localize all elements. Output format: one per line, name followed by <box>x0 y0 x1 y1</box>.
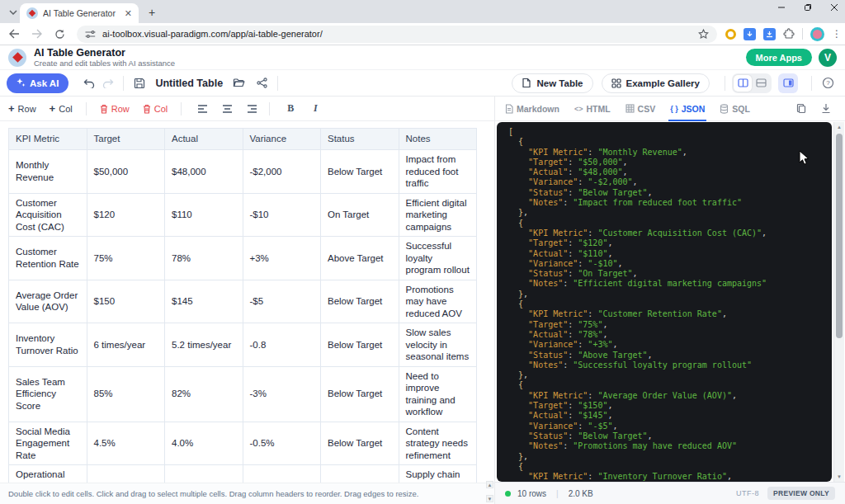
undo-icon[interactable] <box>80 74 98 92</box>
table-cell[interactable]: $48,000 <box>165 150 243 194</box>
table-cell[interactable]: Below Target <box>321 366 399 422</box>
extension-install-icon[interactable] <box>763 28 776 40</box>
table-cell[interactable]: Inventory Turnover Ratio <box>9 323 87 367</box>
table-cell[interactable]: -0.5% <box>243 422 321 465</box>
table-cell[interactable]: 85% <box>87 366 165 422</box>
table-row[interactable]: Social Media Engagement Rate4.5%4.0%-0.5… <box>9 422 477 465</box>
table-cell[interactable]: 75% <box>87 237 165 280</box>
table-row[interactable]: Average Order Value (AOV)$150$145-$5Belo… <box>9 280 477 323</box>
help-icon[interactable]: ? <box>819 74 837 92</box>
table-row[interactable]: Sales Team Efficiency Score85%82%-3%Belo… <box>9 366 477 422</box>
left-panel-scrollbar[interactable]: ▲ ▼ <box>486 481 493 502</box>
table-cell[interactable]: Sales Team Efficiency Score <box>9 366 87 422</box>
more-apps-button[interactable]: More Apps <box>746 49 812 66</box>
extension-ring-icon[interactable] <box>725 29 736 40</box>
table-row[interactable]: Inventory Turnover Ratio6 times/year5.2 … <box>9 323 477 367</box>
align-left-icon[interactable] <box>195 101 210 116</box>
table-cell[interactable]: Need to improve training and workflow <box>399 366 477 422</box>
table-cell[interactable]: Above Target <box>321 237 399 280</box>
table-cell[interactable]: Below Target <box>321 150 399 194</box>
document-title[interactable]: Untitled Table <box>155 78 223 89</box>
toggle-right-panel-icon[interactable] <box>778 73 798 93</box>
table-cell[interactable]: On Target <box>321 193 399 237</box>
table-cell[interactable]: 5.2 times/year <box>165 323 243 367</box>
tab-csv[interactable]: CSV <box>625 97 656 121</box>
column-header[interactable]: Variance <box>243 129 321 150</box>
add-col-button[interactable]: +Col <box>50 102 73 115</box>
ask-ai-button[interactable]: Ask AI <box>7 73 68 93</box>
table-row[interactable]: Operational Efficiency Score90%88%-2%Bel… <box>9 465 477 483</box>
italic-button[interactable]: I <box>308 101 323 116</box>
table-cell[interactable]: -0.8 <box>243 323 321 367</box>
add-row-button[interactable]: +Row <box>8 102 36 115</box>
table-cell[interactable]: 4.5% <box>87 422 165 465</box>
table-cell[interactable]: Impact from reduced foot traffic <box>399 150 477 194</box>
table-cell[interactable]: 78% <box>165 237 243 280</box>
split-columns-icon[interactable] <box>734 75 752 92</box>
restore-button[interactable] <box>802 2 814 13</box>
tab-sql[interactable]: SQL <box>720 97 750 121</box>
table-cell[interactable]: Successful loyalty program rollout <box>399 237 477 280</box>
table-row[interactable]: Customer Retention Rate75%78%+3%Above Ta… <box>9 237 477 280</box>
scroll-down-icon[interactable]: ▼ <box>486 495 493 502</box>
tab-html[interactable]: <> HTML <box>574 97 611 121</box>
split-rows-icon[interactable] <box>752 75 770 92</box>
json-code[interactable]: [ { "KPI Metric": "Monthly Revenue", "Ta… <box>497 122 832 482</box>
table-cell[interactable]: +3% <box>243 237 321 280</box>
user-avatar[interactable]: V <box>819 49 837 67</box>
table-cell[interactable]: -2% <box>243 465 321 483</box>
scroll-up-icon[interactable]: ▲ <box>486 481 493 488</box>
chrome-menu-icon[interactable]: ⋮ <box>832 28 842 40</box>
table-row[interactable]: Customer Acquisition Cost (CAC)$120$110-… <box>9 193 477 237</box>
table-cell[interactable]: $120 <box>87 193 165 237</box>
align-center-icon[interactable] <box>220 101 234 116</box>
site-settings-icon[interactable] <box>85 30 96 39</box>
column-header[interactable]: Actual <box>165 129 243 150</box>
table-cell[interactable]: 90% <box>87 465 165 483</box>
tab-search-chevron-icon[interactable] <box>7 6 20 19</box>
table-cell[interactable]: Below Target <box>321 465 399 483</box>
table-cell[interactable]: Promotions may have reduced AOV <box>399 280 477 323</box>
url-input[interactable]: ai-toolbox.visual-paradigm.com/app/ai-ta… <box>77 26 717 43</box>
scroll-down-icon[interactable]: ▼ <box>837 472 842 482</box>
table-cell[interactable]: Operational Efficiency Score <box>9 465 87 483</box>
table-cell[interactable]: 6 times/year <box>87 323 165 367</box>
table-cell[interactable]: Supply chain delays observed <box>399 465 477 483</box>
table-cell[interactable]: 4.0% <box>165 422 243 465</box>
column-header[interactable]: KPI Metric <box>9 129 87 150</box>
column-header[interactable]: Notes <box>399 129 477 150</box>
table-cell[interactable]: Below Target <box>321 422 399 465</box>
browser-tab[interactable]: AI Table Generator ✕ <box>20 3 139 23</box>
close-window-button[interactable] <box>828 2 840 13</box>
column-header[interactable]: Status <box>321 129 399 150</box>
table-row[interactable]: Monthly Revenue$50,000$48,000-$2,000Belo… <box>9 150 477 194</box>
download-icon[interactable] <box>819 101 833 116</box>
back-icon[interactable] <box>5 25 23 43</box>
column-header[interactable]: Target <box>87 129 165 150</box>
example-gallery-button[interactable]: Example Gallery <box>602 73 710 93</box>
bookmark-star-icon[interactable] <box>698 29 709 40</box>
copy-icon[interactable] <box>794 101 809 116</box>
code-scrollbar[interactable]: ▲ ▼ <box>833 122 844 482</box>
table-cell[interactable]: $150 <box>87 280 165 323</box>
table-cell[interactable]: -$5 <box>243 280 321 323</box>
profile-avatar[interactable] <box>810 27 824 41</box>
open-folder-icon[interactable] <box>229 74 248 92</box>
table-cell[interactable]: Below Target <box>321 323 399 367</box>
table-cell[interactable]: Average Order Value (AOV) <box>9 280 87 323</box>
tab-markdown[interactable]: Markdown <box>505 97 559 121</box>
table-cell[interactable]: $50,000 <box>87 150 165 194</box>
new-table-button[interactable]: New Table <box>512 73 592 93</box>
table-cell[interactable]: -$2,000 <box>243 150 321 194</box>
extensions-puzzle-icon[interactable] <box>783 28 795 40</box>
table-cell[interactable]: Monthly Revenue <box>9 150 87 194</box>
extension-download-icon[interactable] <box>744 28 756 40</box>
scrollbar-thumb[interactable] <box>836 134 843 338</box>
table-cell[interactable]: 82% <box>165 366 243 422</box>
table-cell[interactable]: Customer Acquisition Cost (CAC) <box>9 193 87 237</box>
table-cell[interactable]: Content strategy needs refinement <box>399 422 477 465</box>
table-cell[interactable]: $145 <box>165 280 243 323</box>
minimize-button[interactable] <box>776 2 787 13</box>
table-cell[interactable]: Customer Retention Rate <box>9 237 87 280</box>
share-icon[interactable] <box>253 74 271 92</box>
